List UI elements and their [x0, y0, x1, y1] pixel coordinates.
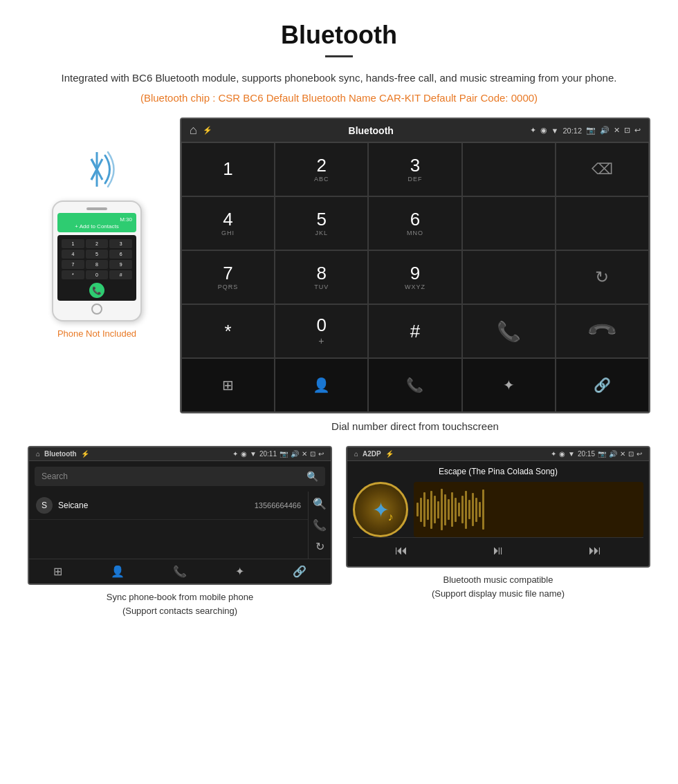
waveform-bar — [475, 498, 477, 522]
phonebook-screen-block: ⌂ Bluetooth ⚡ ✦ ◉ ▼ 20:11 📷 🔊 ✕ ⊡ ↩ — [28, 446, 332, 617]
pb-search-icon[interactable]: 🔍 — [306, 471, 318, 482]
dialpad-key-6[interactable]: 6MNO — [368, 196, 461, 250]
pb-side-icons: 🔍 📞 ↻ — [308, 492, 331, 559]
album-note-icon: ♪ — [388, 511, 394, 523]
dialpad-key-0[interactable]: 0+ — [275, 304, 368, 358]
large-screen-container: ⌂ ⚡ Bluetooth ✦ ◉ ▼ 20:12 📷 🔊 ✕ ⊡ ↩ — [180, 118, 650, 432]
nav-dialpad-icon[interactable]: ⊞ — [181, 358, 275, 412]
music-cam-icon[interactable]: 📷 — [598, 450, 606, 458]
pb-vol-icon[interactable]: 🔊 — [291, 450, 299, 458]
music-prev-button[interactable]: ⏮ — [395, 543, 407, 558]
pb-home-icon[interactable]: ⌂ — [36, 450, 40, 458]
music-screen-mockup: ⌂ A2DP ⚡ ✦ ◉ ▼ 20:15 📷 🔊 ✕ ⊡ ↩ — [346, 446, 650, 568]
dialpad-key-1[interactable]: 1 — [181, 142, 275, 196]
music-topbar: ⌂ A2DP ⚡ ✦ ◉ ▼ 20:15 📷 🔊 ✕ ⊡ ↩ — [347, 447, 649, 461]
waveform-bar — [430, 491, 432, 529]
pb-nav-contacts-icon[interactable]: 👤 — [111, 565, 125, 578]
music-next-button[interactable]: ⏭ — [589, 543, 601, 558]
time-display: 20:12 — [562, 127, 582, 135]
dialpad-refresh-button[interactable]: ↻ — [556, 250, 649, 304]
pb-cam-icon[interactable]: 📷 — [280, 450, 288, 458]
phone-key-1[interactable]: 1 — [62, 239, 84, 248]
phone-key-3[interactable]: 3 — [109, 239, 132, 248]
pb-signal-icon: ◉ — [241, 450, 247, 458]
location-icon: ◉ — [540, 126, 547, 135]
pb-nav-dialpad-icon[interactable]: ⊞ — [53, 565, 62, 578]
pb-side-refresh-icon[interactable]: ↻ — [315, 540, 324, 553]
nav-link-icon[interactable]: 🔗 — [556, 358, 649, 412]
nav-phone-icon[interactable]: 📞 — [368, 358, 461, 412]
dialpad-key-5[interactable]: 5JKL — [275, 196, 368, 250]
bluetooth-status-icon: ✦ — [530, 126, 536, 135]
phone-key-0[interactable]: 0 — [86, 270, 109, 279]
music-vol-icon[interactable]: 🔊 — [609, 450, 617, 458]
close-icon[interactable]: ✕ — [614, 126, 620, 135]
phone-key-7[interactable]: 7 — [62, 260, 84, 269]
dialpad-key-8[interactable]: 8TUV — [275, 250, 368, 304]
music-title: A2DP — [363, 450, 381, 458]
music-back-icon[interactable]: ↩ — [636, 450, 642, 458]
album-bluetooth-icon: ✦ — [372, 498, 390, 522]
pb-close-icon[interactable]: ✕ — [302, 450, 307, 458]
page-title: Bluetooth — [28, 21, 650, 50]
phone-key-hash[interactable]: # — [109, 270, 132, 279]
music-close-icon[interactable]: ✕ — [620, 450, 625, 458]
dialpad-empty-1 — [462, 196, 556, 250]
volume-icon[interactable]: 🔊 — [600, 126, 610, 135]
phonebook-screen-mockup: ⌂ Bluetooth ⚡ ✦ ◉ ▼ 20:11 📷 🔊 ✕ ⊡ ↩ — [28, 446, 332, 585]
pb-side-call-icon[interactable]: 📞 — [313, 519, 327, 532]
phone-key-4[interactable]: 4 — [62, 250, 84, 259]
dialpad-call-button[interactable]: 📞 — [462, 304, 556, 358]
pb-contact-avatar: S — [36, 497, 53, 514]
pb-usb-icon: ⚡ — [81, 450, 89, 458]
waveform-bar — [458, 503, 460, 516]
waveform-bar — [479, 502, 481, 517]
music-play-pause-button[interactable]: ⏯ — [492, 543, 504, 558]
pb-screen-icon[interactable]: ⊡ — [310, 450, 315, 458]
pb-back-icon[interactable]: ↩ — [318, 450, 324, 458]
dialpad-key-4[interactable]: 4GHI — [181, 196, 275, 250]
phone-call-circle[interactable]: 📞 — [89, 283, 104, 298]
camera-icon[interactable]: 📷 — [586, 126, 596, 135]
phone-key-8[interactable]: 8 — [86, 260, 109, 269]
music-home-icon[interactable]: ⌂ — [354, 450, 358, 458]
dialpad-key-2[interactable]: 2ABC — [275, 142, 368, 196]
pb-nav-phone-icon[interactable]: 📞 — [173, 565, 187, 578]
waveform-bar — [448, 499, 450, 520]
phone-home-circle[interactable] — [91, 304, 102, 315]
music-artwork-area: ✦ ♪ — [353, 482, 643, 537]
music-topbar-right: ✦ ◉ ▼ 20:15 📷 🔊 ✕ ⊡ ↩ — [551, 450, 642, 458]
music-time: 20:15 — [578, 450, 595, 458]
dialpad-key-7[interactable]: 7PQRS — [181, 250, 275, 304]
waveform-bar — [444, 494, 446, 525]
dialpad-key-star[interactable]: * — [181, 304, 275, 358]
nav-bluetooth-icon[interactable]: ✦ — [462, 358, 556, 412]
phone-key-9[interactable]: 9 — [109, 260, 132, 269]
pb-nav-link-icon[interactable]: 🔗 — [293, 565, 306, 578]
pb-side-search-icon[interactable]: 🔍 — [313, 497, 327, 510]
pb-contact-row[interactable]: S Seicane 13566664466 — [29, 492, 308, 520]
nav-contacts-icon[interactable]: 👤 — [275, 358, 368, 412]
waveform-bar — [451, 492, 453, 527]
phone-key-5[interactable]: 5 — [86, 250, 109, 259]
back-icon[interactable]: ↩ — [634, 126, 641, 135]
music-screen-icon[interactable]: ⊡ — [628, 450, 634, 458]
phone-key-2[interactable]: 2 — [86, 239, 109, 248]
phone-key-6[interactable]: 6 — [109, 250, 132, 259]
waveform-bar — [472, 493, 474, 526]
pb-nav-bt-icon[interactable]: ✦ — [235, 565, 244, 578]
bluetooth-signal-icon — [76, 145, 118, 194]
fullscreen-icon[interactable]: ⊡ — [624, 126, 630, 135]
waveform-bars — [414, 486, 487, 533]
dialpad-key-9[interactable]: 9WXYZ — [368, 250, 461, 304]
phone-key-star[interactable]: * — [62, 270, 84, 279]
music-album-inner: ✦ ♪ — [372, 498, 390, 522]
dialpad-end-call-button[interactable]: 📞 — [556, 304, 649, 358]
dialpad-backspace-button[interactable]: ⌫ — [556, 142, 649, 196]
music-topbar-left: ⌂ A2DP ⚡ — [354, 450, 394, 458]
dialpad-key-hash[interactable]: # — [368, 304, 461, 358]
pb-topbar-right: ✦ ◉ ▼ 20:11 📷 🔊 ✕ ⊡ ↩ — [232, 450, 324, 458]
phone-dialpad: 1 2 3 4 5 6 7 8 9 * 0 # — [60, 238, 134, 281]
dialpad-key-3[interactable]: 3DEF — [368, 142, 461, 196]
home-icon[interactable]: ⌂ — [190, 123, 197, 138]
